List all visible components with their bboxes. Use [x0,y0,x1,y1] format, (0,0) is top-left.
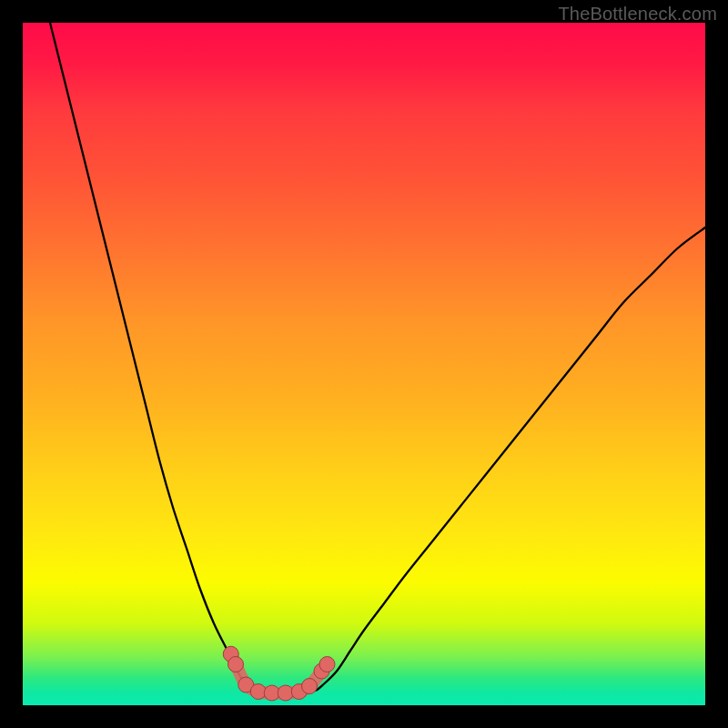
curve-left-curve [50,23,262,692]
watermark-text: TheBottleneck.com [558,4,717,25]
marker-point [302,679,318,694]
marker-point [264,685,279,701]
marker-point [250,684,266,700]
curve-right-curve [309,228,705,692]
chart-svg [23,23,705,705]
plot-area [23,23,705,705]
marker-point [319,657,335,672]
marker-point [278,685,293,701]
chart-frame: TheBottleneck.com [0,0,728,728]
marker-point [228,657,244,672]
